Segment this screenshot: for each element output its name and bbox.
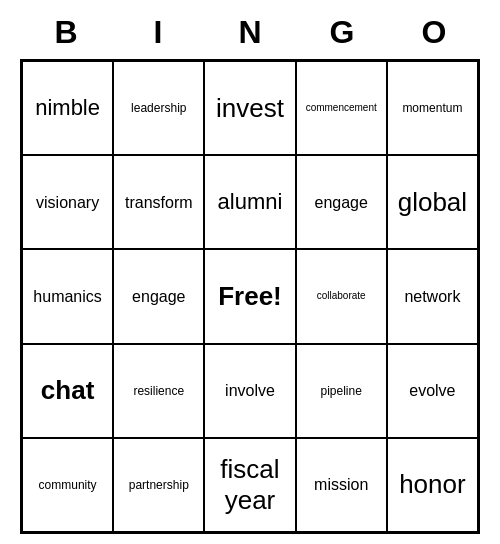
cell-text: involve bbox=[225, 381, 275, 400]
bingo-cell: community bbox=[22, 438, 113, 532]
bingo-cell: honor bbox=[387, 438, 478, 532]
cell-text: commencement bbox=[306, 102, 377, 114]
cell-text: nimble bbox=[35, 95, 100, 121]
cell-text: resilience bbox=[133, 384, 184, 398]
bingo-cell: resilience bbox=[113, 344, 204, 438]
cell-text: network bbox=[404, 287, 460, 306]
cell-text: fiscal year bbox=[209, 454, 290, 516]
bingo-cell: network bbox=[387, 249, 478, 343]
cell-text: visionary bbox=[36, 193, 99, 212]
bingo-grid: nimbleleadershipinvestcommencementmoment… bbox=[20, 59, 480, 534]
bingo-cell: mission bbox=[296, 438, 387, 532]
bingo-cell: commencement bbox=[296, 61, 387, 155]
bingo-header: BINGO bbox=[20, 10, 480, 55]
cell-text: pipeline bbox=[321, 384, 362, 398]
cell-text: collaborate bbox=[317, 290, 366, 302]
bingo-cell: nimble bbox=[22, 61, 113, 155]
bingo-cell: involve bbox=[204, 344, 295, 438]
bingo-cell: transform bbox=[113, 155, 204, 249]
bingo-cell: evolve bbox=[387, 344, 478, 438]
bingo-cell: engage bbox=[113, 249, 204, 343]
bingo-cell: chat bbox=[22, 344, 113, 438]
cell-text: partnership bbox=[129, 478, 189, 492]
header-letter: N bbox=[204, 10, 296, 55]
bingo-cell: momentum bbox=[387, 61, 478, 155]
cell-text: engage bbox=[315, 193, 368, 212]
bingo-cell: humanics bbox=[22, 249, 113, 343]
cell-text: chat bbox=[41, 375, 94, 406]
bingo-cell: visionary bbox=[22, 155, 113, 249]
bingo-cell: alumni bbox=[204, 155, 295, 249]
cell-text: community bbox=[39, 478, 97, 492]
bingo-cell: engage bbox=[296, 155, 387, 249]
cell-text: mission bbox=[314, 475, 368, 494]
header-letter: B bbox=[20, 10, 112, 55]
cell-text: invest bbox=[216, 93, 284, 124]
bingo-cell: partnership bbox=[113, 438, 204, 532]
bingo-cell: fiscal year bbox=[204, 438, 295, 532]
bingo-cell: leadership bbox=[113, 61, 204, 155]
bingo-cell: collaborate bbox=[296, 249, 387, 343]
header-letter: G bbox=[296, 10, 388, 55]
bingo-cell: Free! bbox=[204, 249, 295, 343]
cell-text: leadership bbox=[131, 101, 186, 115]
bingo-cell: global bbox=[387, 155, 478, 249]
cell-text: Free! bbox=[218, 281, 282, 312]
header-letter: O bbox=[388, 10, 480, 55]
cell-text: honor bbox=[399, 469, 466, 500]
cell-text: alumni bbox=[218, 189, 283, 215]
cell-text: transform bbox=[125, 193, 193, 212]
cell-text: momentum bbox=[402, 101, 462, 115]
cell-text: engage bbox=[132, 287, 185, 306]
cell-text: humanics bbox=[33, 287, 101, 306]
cell-text: global bbox=[398, 187, 467, 218]
bingo-cell: pipeline bbox=[296, 344, 387, 438]
bingo-cell: invest bbox=[204, 61, 295, 155]
cell-text: evolve bbox=[409, 381, 455, 400]
header-letter: I bbox=[112, 10, 204, 55]
